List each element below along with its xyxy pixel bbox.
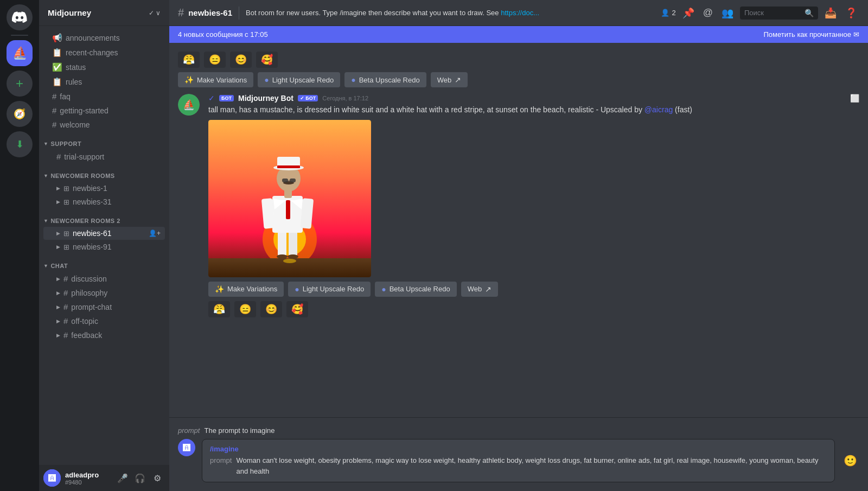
variations-icon-top: ✨: [184, 75, 194, 84]
emoji-picker-button[interactable]: 🙂: [841, 452, 859, 469]
input-prompt-row: prompt Woman can't lose weight, obesity …: [210, 455, 827, 476]
members-icon: 👤: [661, 9, 669, 17]
category-arrow-icon: ▼: [43, 263, 48, 269]
reaction-angry-top[interactable]: 😤: [178, 52, 200, 68]
category-arrow-icon: ▼: [43, 218, 48, 224]
channel-hash-icon: #: [63, 316, 68, 326]
channel-item-philosophy[interactable]: ▶ # philosophy: [43, 286, 165, 299]
message-timestamp: Сегодня, в 17:12: [322, 95, 368, 101]
channel-forum-icon: ⊞: [63, 229, 69, 238]
beta-upscale-redo-button-top[interactable]: ● Beta Upscale Redo: [344, 72, 426, 87]
server-list: ⛵ + 🧭 ⬇: [0, 0, 39, 491]
settings-button[interactable]: ⚙: [150, 470, 165, 486]
search-input[interactable]: [744, 9, 800, 17]
messages-area[interactable]: 😤 😑 😊 🥰 ✨ Make Variations ● Light Upscal…: [169, 43, 868, 417]
channel-item-discussion[interactable]: ▶ # discussion: [43, 272, 165, 285]
add-server-button[interactable]: +: [7, 71, 33, 97]
image-container: [208, 120, 371, 277]
category-label: NEWCOMER ROOMS: [50, 173, 114, 179]
channel-item-announcements[interactable]: 📢 announcements: [43, 31, 165, 45]
help-button[interactable]: ❓: [843, 5, 859, 21]
mic-button[interactable]: 🎤: [115, 470, 130, 486]
channel-hash-icon: ✅: [52, 62, 62, 72]
topbar-divider: [239, 7, 239, 20]
message-author: Midjourney Bot: [238, 94, 293, 103]
mark-read-button[interactable]: Пометить как прочитанное ✉: [764, 30, 859, 39]
channel-item-welcome[interactable]: # welcome: [43, 118, 165, 131]
category-support[interactable]: ▼ SUPPORT: [39, 132, 169, 149]
reaction-heart[interactable]: 🥰: [286, 301, 308, 317]
channel-item-faq[interactable]: # faq: [43, 90, 165, 103]
docs-link[interactable]: https://doc...: [501, 9, 539, 17]
input-prompt-text[interactable]: Woman can't lose weight, obesity problem…: [236, 455, 827, 476]
pin-button[interactable]: 📌: [680, 5, 697, 21]
channel-item-status[interactable]: ✅ status: [43, 60, 165, 74]
channel-hash-icon: #: [63, 302, 68, 311]
channel-name: welcome: [60, 120, 161, 129]
channel-item-recent-changes[interactable]: 📋 recent-changes: [43, 46, 165, 60]
web-button[interactable]: Web ↗: [461, 282, 499, 297]
emoji-reactions: 😤 😑 😊 🥰: [208, 301, 859, 317]
category-arrow-icon: ▼: [43, 173, 48, 178]
channel-hash-icon: 📋: [52, 48, 62, 58]
reaction-smile-top[interactable]: 😊: [230, 52, 252, 68]
channel-hash-icon: #: [63, 274, 68, 283]
channel-forum-icon: ⊞: [63, 198, 69, 206]
channel-item-off-topic[interactable]: ▶ # off-topic: [43, 314, 165, 328]
members-panel-button[interactable]: 👥: [719, 5, 736, 21]
channel-item-newbies-31[interactable]: ▶ ⊞ newbies-31: [43, 195, 165, 208]
channel-name: off-topic: [71, 317, 161, 326]
topbar-channel: # newbies-61: [178, 7, 232, 19]
svg-point-8: [283, 259, 296, 263]
light-upscale-redo-button-top[interactable]: ● Light Upscale Redo: [258, 72, 340, 87]
mark-read-icon: ✉: [853, 30, 859, 39]
channel-item-trial-support[interactable]: # trial-support: [43, 150, 165, 163]
category-newcomer-rooms-2[interactable]: ▼ NEWCOMER ROOMS 2: [39, 209, 169, 226]
announcement-icon: 📢: [52, 33, 62, 43]
explore-servers-icon[interactable]: 🧭: [7, 101, 33, 127]
category-newcomer-rooms[interactable]: ▼ NEWCOMER ROOMS: [39, 164, 169, 181]
reaction-heart-top[interactable]: 🥰: [256, 52, 278, 68]
message-header: ✓ БОТ Midjourney Bot ✓ БОТ Сегодня, в 17…: [208, 94, 859, 103]
bottom-action-buttons: ✨ Make Variations ● Light Upscale Redo ●…: [208, 282, 859, 297]
channel-hash-icon: #: [63, 330, 68, 340]
headphones-button[interactable]: 🎧: [132, 470, 148, 486]
channel-item-getting-started[interactable]: # getting-started: [43, 104, 165, 117]
download-icon[interactable]: ⬇: [7, 131, 33, 157]
channel-item-rules[interactable]: 📋 rules: [43, 75, 165, 89]
channel-name: rules: [66, 78, 161, 86]
mention-tag: @aicrag: [644, 105, 673, 114]
midjourney-server-icon[interactable]: ⛵: [7, 40, 33, 66]
reaction-smile[interactable]: 😊: [260, 301, 282, 317]
top-action-buttons: ✨ Make Variations ● Light Upscale Redo ●…: [178, 72, 859, 87]
message-top-partial: 😤 😑 😊 🥰 ✨ Make Variations ● Light Upscal…: [178, 52, 859, 87]
mention-button[interactable]: @: [701, 5, 715, 21]
beta-upscale-redo-button[interactable]: ● Beta Upscale Redo: [375, 282, 456, 297]
bot-badge-inline: БОТ: [219, 95, 234, 101]
make-variations-button[interactable]: ✨ Make Variations: [208, 282, 284, 297]
web-button-top[interactable]: Web ↗: [431, 72, 468, 87]
make-variations-button-top[interactable]: ✨ Make Variations: [178, 72, 253, 87]
category-chat[interactable]: ▼ CHAT: [39, 254, 169, 271]
channel-item-newbies-1[interactable]: ▶ ⊞ newbies-1: [43, 182, 165, 195]
sidebar-header[interactable]: Midjourney ✓ ∨: [39, 0, 169, 26]
reaction-angry[interactable]: 😤: [208, 301, 230, 317]
user-name: adleadpro: [65, 471, 111, 479]
channel-hash-icon: #: [52, 120, 56, 129]
channel-name: announcements: [66, 34, 161, 42]
beta-icon: ●: [381, 285, 386, 294]
reaction-neutral[interactable]: 😑: [234, 301, 256, 317]
light-upscale-redo-button[interactable]: ● Light Upscale Redo: [288, 282, 371, 297]
channel-item-newbies-91[interactable]: ▶ ⊞ newbies-91: [43, 240, 165, 253]
topbar-description: Bot room for new users. Type /imagine th…: [246, 9, 654, 17]
channel-item-prompt-chat[interactable]: ▶ # prompt-chat: [43, 300, 165, 314]
channel-name: trial-support: [64, 152, 161, 161]
reaction-neutral-top[interactable]: 😑: [204, 52, 226, 68]
prompt-word: prompt: [178, 426, 200, 435]
channel-item-feedback[interactable]: ▶ # feedback: [43, 328, 165, 342]
inbox-button[interactable]: 📥: [822, 5, 839, 21]
channel-name: newbies-31: [73, 197, 161, 206]
discord-home-icon[interactable]: [7, 4, 33, 30]
channel-item-newbies-61[interactable]: ▶ ⊞ newbies-61 👤+: [43, 227, 165, 240]
topbar-actions: 👤 2 📌 @ 👥 🔍 📥 ❓: [661, 5, 859, 21]
